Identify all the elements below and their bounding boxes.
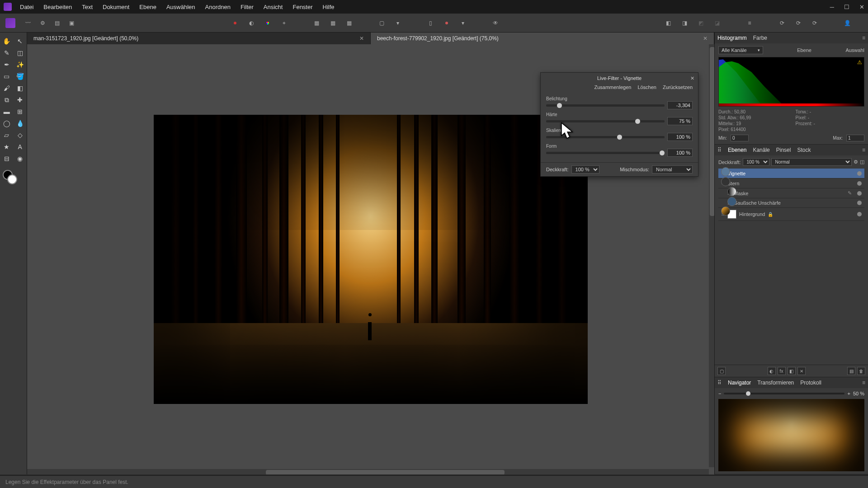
visibility-toggle[interactable] [857,171,862,176]
arrange-3-icon[interactable]: ◩ [694,17,707,29]
grid-3-icon[interactable]: ▦ [343,17,355,29]
visibility-toggle[interactable] [857,181,862,186]
pen-tool-icon[interactable]: ✒ [0,59,14,70]
menu-help[interactable]: Hilfe [323,4,335,10]
scope-layer[interactable]: Ebene [797,47,811,53]
sync-1-icon[interactable]: ⟳ [776,17,788,29]
tab-layers[interactable]: Ebenen [728,147,746,153]
scrollbar-horizontal[interactable] [27,469,709,474]
menu-edit[interactable]: Bearbeiten [43,4,72,10]
layer-stern[interactable]: ⠿ Stern [718,178,864,188]
hand-tool-icon[interactable]: ✋ [0,35,14,47]
auto-levels-icon[interactable]: ◐ [245,17,258,29]
canvas[interactable] [154,115,588,404]
dropdown-2-icon[interactable]: ▾ [457,17,469,29]
tab-history[interactable]: Protokoll [800,380,821,386]
panel-menu-icon[interactable]: ≡ [862,147,865,153]
tab-channels[interactable]: Kanäle [753,147,769,153]
dialog-opacity-select[interactable]: 100 % [571,165,599,174]
navigator-preview[interactable] [718,399,864,471]
maximize-button[interactable]: ☐ [844,4,849,10]
menu-file[interactable]: Datei [20,4,33,10]
min-input[interactable] [731,135,749,141]
zoom-in-button[interactable]: + [847,391,850,396]
eyedropper-tool-icon[interactable]: ◉ [14,153,27,164]
merge-link[interactable]: Zusammenlegen [594,84,631,90]
gradient-tool-icon[interactable]: ▬ [0,106,14,117]
hardness-slider[interactable] [546,120,665,122]
zoom-out-button[interactable]: − [718,391,721,396]
fx-button[interactable]: fx [778,367,786,375]
shape-value[interactable]: 100 % [667,149,693,157]
document-tab-1[interactable]: man-3151723_1920.jpg [Geändert] (50,0%) … [27,33,371,44]
visibility-toggle[interactable] [857,201,862,205]
dodge-tool-icon[interactable]: ◯ [0,117,14,129]
eraser-tool-icon[interactable]: ◧ [14,82,27,94]
add-layer-button[interactable]: ▤ [847,367,855,375]
tab-transform[interactable]: Transformieren [757,380,794,386]
foreground-color-swatch[interactable] [7,174,17,184]
max-input[interactable] [846,135,864,141]
persona-liquify-icon[interactable]: 〰 [22,17,34,29]
exposure-value[interactable]: -3,304 [667,101,693,109]
shape-tool-icon[interactable]: ▱ [0,129,14,141]
scale-slider[interactable] [546,136,665,138]
move-tool-icon[interactable]: ↖ [14,35,27,47]
preview-icon[interactable]: 👁 [489,17,502,29]
menu-document[interactable]: Dokument [103,4,129,10]
scale-value[interactable]: 100 % [667,133,693,141]
exposure-slider[interactable] [546,104,665,107]
scrollbar-thumb[interactable] [266,470,505,474]
stamp-tool-icon[interactable]: ⊞ [14,106,27,117]
persona-tonemap-icon[interactable]: ▤ [51,17,63,29]
arrange-4-icon[interactable]: ◪ [711,17,723,29]
blur-tool-icon[interactable]: 💧 [14,117,27,129]
adjust-button[interactable]: ◐ [768,367,776,375]
color-swatches[interactable] [3,170,21,188]
mask-button[interactable]: ◧ [788,367,796,375]
dropdown-icon[interactable]: ▾ [392,17,404,29]
tab-brushes[interactable]: Pinsel [776,147,791,153]
reset-link[interactable]: Zurücksetzen [663,84,693,90]
sync-2-icon[interactable]: ⟳ [792,17,805,29]
arrange-1-icon[interactable]: ◧ [662,17,675,29]
picker-icon[interactable]: ⌖ [278,17,290,29]
dialog-blend-select[interactable]: Normal [652,165,693,174]
scrollbar-thumb[interactable] [710,47,714,216]
layer-vignette[interactable]: ⠿ Vignette [718,169,864,178]
menu-filter[interactable]: Filter [241,4,254,10]
delete-link[interactable]: Löschen [637,84,656,90]
live-filter-dialog[interactable]: Live-Filter - Vignette ✕ Zusammenlegen L… [540,72,698,177]
swatch-red-icon[interactable] [229,17,241,29]
text-tool-icon[interactable]: A [14,141,27,153]
clone-tool-icon[interactable]: ⧉ [0,94,14,106]
menu-text[interactable]: Text [82,4,93,10]
close-tab-icon[interactable]: ✕ [703,35,708,42]
lock-icon[interactable]: 🔒 [768,212,773,217]
scrollbar-vertical[interactable] [709,44,714,467]
star-tool-icon[interactable]: ★ [0,141,14,153]
tab-stock[interactable]: Stock [797,147,811,153]
tab-color[interactable]: Farbe [753,35,767,41]
brush-tool-icon[interactable]: 🖌 [0,82,14,94]
lasso-tool-icon[interactable]: ✎ [0,47,14,59]
layer-opacity-select[interactable]: 100 % [743,158,769,166]
scope-selection[interactable]: Auswahl [845,47,864,53]
panel-menu-icon[interactable]: ≡ [862,380,865,386]
panel-menu-icon[interactable]: ≡ [862,35,865,41]
blend-extra-icon[interactable]: ◫ [860,159,864,165]
persona-export-icon[interactable]: ▣ [65,17,78,29]
close-dialog-icon[interactable]: ✕ [690,75,694,81]
color-wheel-icon[interactable] [261,17,274,29]
layer-maske[interactable]: › Maske ✎ [718,188,864,198]
doc-options-icon[interactable]: ▢ [375,17,388,29]
visibility-toggle[interactable] [857,191,862,196]
crop-tool-icon[interactable]: ◫ [14,47,27,59]
document-tab-2[interactable]: beech-forest-779902_1920.jpg [Geändert] … [371,33,714,44]
sync-3-icon[interactable]: ⟳ [808,17,821,29]
align-icon[interactable]: ≡ [743,17,756,29]
shape-slider[interactable] [546,152,665,154]
mesh-tool-icon[interactable]: ⊟ [0,153,14,164]
tab-navigator[interactable]: Navigator [728,380,751,386]
close-tab-icon[interactable]: ✕ [359,35,364,42]
